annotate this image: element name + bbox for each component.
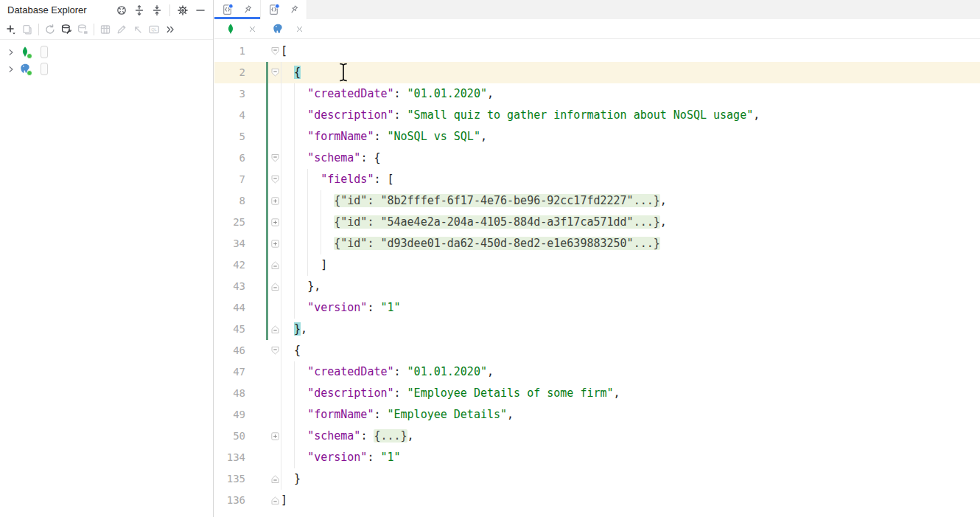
line-number: 135 [214, 468, 245, 490]
fold-marker-plus-icon[interactable] [270, 196, 280, 206]
console-tab-mongo[interactable] [216, 23, 263, 35]
code-text[interactable]: }, [281, 276, 980, 297]
database-explorer-panel: Database Explorer QL [0, 0, 214, 517]
editor-line[interactable]: 4 "description": "Small quiz to gather i… [214, 105, 980, 126]
hide-icon[interactable] [192, 2, 209, 18]
fold-marker-open-icon[interactable] [270, 175, 280, 184]
settings-icon[interactable] [175, 2, 191, 18]
editor-line[interactable]: 3 "createdDate": "01.01.2020", [214, 83, 980, 105]
refresh-icon[interactable] [42, 21, 58, 38]
editor-line[interactable]: 25 {"id": "54ae4e2a-204a-4105-884d-a3f17… [214, 212, 980, 233]
editor-line[interactable]: 49 "formName": "Employee Details", [214, 404, 980, 426]
editor-line[interactable]: 50 "schema": {...}, [214, 426, 980, 447]
fold-marker-end-icon[interactable] [270, 282, 280, 291]
line-number: 45 [214, 319, 245, 340]
fold-marker-open-icon[interactable] [270, 46, 280, 56]
pin-icon[interactable] [289, 4, 299, 15]
console-tab-pg[interactable] [263, 23, 310, 35]
code-text[interactable]: "fields": [ [281, 169, 980, 190]
vcs-change-bar [266, 319, 268, 340]
editor-line[interactable]: 46 { [214, 340, 980, 361]
fold-marker-plus-icon[interactable] [270, 239, 280, 249]
editor-line[interactable]: 2 { [214, 62, 980, 83]
code-text[interactable]: "formName": "NoSQL vs SQL", [281, 126, 980, 148]
fold-marker-end-icon[interactable] [270, 325, 280, 334]
code-text[interactable]: { [281, 62, 980, 83]
toolbar-separator [38, 24, 39, 35]
chevron-right-icon[interactable] [5, 63, 17, 75]
code-text[interactable]: {"id": "d93dee01-da62-450d-8ed2-e1e63988… [281, 233, 980, 254]
editor-line[interactable]: 47 "createdDate": "01.01.2020", [214, 361, 980, 383]
fold-marker-open-icon[interactable] [270, 68, 280, 77]
table-icon[interactable] [97, 21, 113, 38]
code-text[interactable]: "version": "1" [281, 447, 980, 468]
locate-icon[interactable] [113, 2, 130, 18]
code-text[interactable]: ] [281, 254, 980, 276]
fold-marker-end-icon[interactable] [270, 260, 280, 270]
editor-line[interactable]: 6 "schema": { [214, 148, 980, 169]
code-text[interactable]: ] [281, 490, 980, 511]
editor-line[interactable]: 134 "version": "1" [214, 447, 980, 468]
tab-form_data.json[interactable] [261, 0, 307, 19]
tree-item-postgre_docker[interactable] [0, 60, 213, 77]
editor-line[interactable]: 1 [ [214, 41, 980, 62]
code-text[interactable]: {"id": "8b2fffef-6f17-4e76-be96-92cc17fd… [281, 190, 980, 212]
editor-line[interactable]: 48 "description": "Employee Details of s… [214, 383, 980, 404]
code-text[interactable]: }, [281, 319, 980, 340]
toolbar-separator [94, 24, 94, 35]
pin-icon[interactable] [242, 4, 253, 15]
code-text[interactable]: } [281, 468, 980, 490]
editor-line[interactable]: 136 ] [214, 490, 980, 511]
fold-marker-open-icon[interactable] [270, 153, 280, 163]
code-text[interactable]: "version": "1" [281, 297, 980, 319]
editor-line[interactable]: 42 ] [214, 254, 980, 276]
vcs-change-bar [266, 105, 268, 126]
editor-line[interactable]: 44 "version": "1" [214, 297, 980, 319]
code-text[interactable]: "schema": {...}, [281, 426, 980, 447]
editor-line[interactable]: 34 {"id": "d93dee01-da62-450d-8ed2-e1e63… [214, 233, 980, 254]
code-text[interactable]: "description": "Employee Details of some… [281, 383, 980, 404]
code-text[interactable]: "createdDate": "01.01.2020", [281, 83, 980, 105]
close-icon[interactable] [247, 24, 257, 34]
code-text[interactable]: {"id": "54ae4e2a-204a-4105-884d-a3f17ca5… [281, 212, 980, 233]
close-icon[interactable] [294, 24, 304, 34]
datasource-properties-icon[interactable] [58, 21, 74, 38]
fold-marker-end-icon[interactable] [270, 496, 280, 505]
editor-line[interactable]: 135 } [214, 468, 980, 490]
fold-marker-open-icon[interactable] [270, 346, 280, 355]
editor-line[interactable]: 7 "fields": [ [214, 169, 980, 190]
console-icon[interactable]: QL [146, 21, 162, 38]
add-icon[interactable] [3, 21, 19, 38]
fold-marker-plus-icon[interactable] [270, 218, 280, 227]
code-text[interactable]: "description": "Small quiz to gather inf… [281, 105, 980, 126]
code-text[interactable]: "formName": "Employee Details", [281, 404, 980, 426]
expand-all-icon[interactable] [131, 2, 147, 18]
more-icon[interactable] [162, 21, 178, 38]
toolbar-separator [169, 4, 170, 16]
vcs-change-bar [266, 126, 268, 148]
line-number: 42 [214, 254, 245, 276]
jump-icon[interactable] [130, 21, 146, 38]
editor-line[interactable]: 8 {"id": "8b2fffef-6f17-4e76-be96-92cc17… [214, 190, 980, 212]
tree-item-mongo_docker[interactable] [0, 44, 213, 60]
chevron-right-icon[interactable] [5, 46, 17, 58]
tab-bar-empty [307, 0, 980, 19]
unload-icon[interactable] [74, 21, 91, 38]
code-text[interactable]: { [281, 340, 980, 361]
code-editor[interactable]: 1 [ 2 { 3 "createdDate": "01.01.2020", 4… [214, 39, 980, 517]
file-tab-bar [214, 0, 980, 19]
code-text[interactable]: "createdDate": "01.01.2020", [281, 361, 980, 383]
collapse-all-icon[interactable] [149, 2, 165, 18]
code-text[interactable]: [ [281, 41, 980, 62]
tab-form_schemas.json[interactable] [214, 0, 261, 19]
editor-line[interactable]: 45 }, [214, 319, 980, 340]
editor-line[interactable]: 43 }, [214, 276, 980, 297]
vcs-change-bar [266, 190, 268, 212]
fold-marker-end-icon[interactable] [270, 474, 280, 484]
edit-icon[interactable] [113, 21, 130, 38]
editor-line[interactable]: 5 "formName": "NoSQL vs SQL", [214, 126, 980, 148]
fold-marker-plus-icon[interactable] [270, 431, 280, 441]
copy-icon[interactable] [19, 21, 35, 38]
code-text[interactable]: "schema": { [281, 148, 980, 169]
panel-header: Database Explorer [0, 0, 213, 20]
